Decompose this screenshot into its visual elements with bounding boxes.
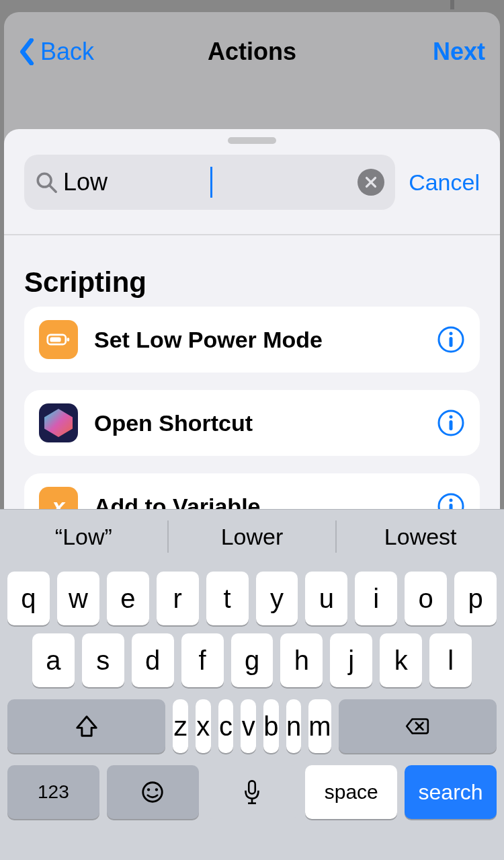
key-x[interactable]: x — [196, 699, 211, 753]
key-row-2: a s d f g h j k l — [0, 633, 504, 687]
key-u[interactable]: u — [305, 572, 347, 625]
cancel-button[interactable]: Cancel — [409, 169, 480, 196]
x-icon — [365, 176, 377, 188]
key-q[interactable]: q — [7, 572, 50, 625]
svg-rect-5 — [67, 338, 70, 341]
key-p[interactable]: p — [454, 572, 497, 625]
search-field[interactable]: Low — [24, 155, 395, 210]
key-row-1: q w e r t y u i o p — [0, 572, 504, 625]
key-m[interactable]: m — [308, 699, 331, 753]
suggestion-bar: “Low” Lower Lowest — [0, 510, 504, 563]
suggestion-2[interactable]: Lower — [169, 524, 336, 550]
key-g[interactable]: g — [231, 633, 274, 687]
key-d[interactable]: d — [132, 633, 174, 687]
key-s[interactable]: s — [82, 633, 124, 687]
action-label: Open Shortcut — [94, 410, 421, 436]
text-caret — [210, 167, 212, 198]
svg-point-19 — [147, 788, 150, 791]
results-list: Set Low Power Mode Open Shortcut x Add t… — [4, 307, 500, 539]
dictation-key[interactable] — [206, 765, 298, 819]
back-button[interactable]: Back — [19, 38, 94, 66]
backspace-icon — [405, 713, 430, 739]
svg-point-11 — [450, 416, 453, 419]
key-k[interactable]: k — [380, 633, 422, 687]
svg-line-1 — [49, 185, 56, 192]
space-key[interactable]: space — [305, 765, 397, 819]
key-n[interactable]: n — [286, 699, 302, 753]
shortcuts-app-icon — [39, 403, 78, 442]
sheet-grabber[interactable] — [228, 137, 276, 144]
next-button[interactable]: Next — [433, 38, 485, 66]
key-v[interactable]: v — [241, 699, 256, 753]
key-r[interactable]: r — [157, 572, 199, 625]
key-y[interactable]: y — [256, 572, 298, 625]
key-i[interactable]: i — [355, 572, 397, 625]
nav-bar: Back Actions Next — [4, 12, 500, 91]
key-z[interactable]: z — [173, 699, 188, 753]
back-label: Back — [40, 38, 94, 66]
key-a[interactable]: a — [32, 633, 75, 687]
svg-point-14 — [450, 499, 453, 502]
action-label: Set Low Power Mode — [94, 327, 421, 353]
svg-point-18 — [143, 783, 163, 802]
keyboard: “Low” Lower Lowest q w e r t y u i o p a… — [0, 509, 504, 860]
background-stub — [450, 0, 454, 9]
search-key[interactable]: search — [405, 765, 497, 819]
key-b[interactable]: b — [263, 699, 279, 753]
svg-point-20 — [155, 788, 158, 791]
key-row-3: z x c v b n m — [0, 699, 504, 753]
emoji-key[interactable] — [107, 765, 199, 819]
numbers-key[interactable]: 123 — [7, 765, 99, 819]
emoji-icon — [140, 779, 165, 805]
suggestion-1[interactable]: “Low” — [0, 524, 167, 550]
key-c[interactable]: c — [218, 699, 234, 753]
key-t[interactable]: t — [206, 572, 249, 625]
info-icon[interactable] — [437, 409, 465, 437]
battery-icon — [39, 320, 78, 359]
key-row-4: 123 space search — [0, 765, 504, 819]
backspace-key[interactable] — [339, 699, 497, 753]
shift-key[interactable] — [7, 699, 165, 753]
key-o[interactable]: o — [405, 572, 447, 625]
action-row-open-shortcut[interactable]: Open Shortcut — [24, 390, 480, 456]
key-f[interactable]: f — [181, 633, 224, 687]
svg-rect-12 — [450, 420, 453, 430]
search-icon — [35, 171, 58, 194]
info-icon[interactable] — [437, 325, 465, 354]
chevron-left-icon — [19, 38, 35, 65]
mic-icon — [239, 779, 265, 805]
key-l[interactable]: l — [429, 633, 472, 687]
key-j[interactable]: j — [330, 633, 372, 687]
shift-icon — [74, 713, 99, 739]
clear-search-button[interactable] — [358, 169, 384, 196]
action-row-set-low-power-mode[interactable]: Set Low Power Mode — [24, 307, 480, 373]
key-w[interactable]: w — [57, 572, 99, 625]
svg-rect-21 — [249, 781, 255, 793]
svg-point-8 — [450, 332, 453, 336]
svg-rect-9 — [450, 337, 453, 347]
svg-rect-6 — [50, 337, 60, 342]
section-header: Scripting — [4, 235, 500, 307]
key-h[interactable]: h — [280, 633, 323, 687]
suggestion-3[interactable]: Lowest — [337, 524, 504, 550]
key-e[interactable]: e — [107, 572, 149, 625]
search-input-value: Low — [63, 168, 209, 196]
